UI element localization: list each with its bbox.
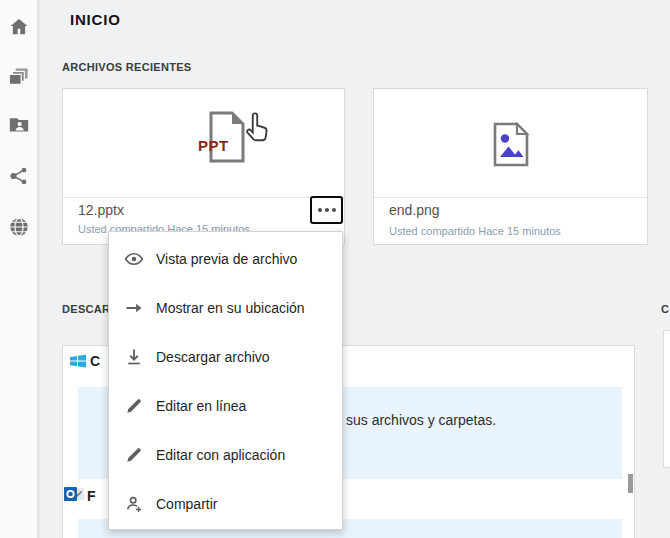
right-section-heading: C: [661, 303, 669, 315]
pencil-icon: [124, 445, 144, 465]
menu-item-label: Editar con aplicación: [156, 447, 285, 463]
dot: [318, 208, 322, 212]
home-icon: [8, 16, 30, 38]
image-file-icon: [493, 122, 529, 167]
sidebar-item-web[interactable]: [5, 213, 32, 240]
scrollbar[interactable]: [627, 347, 633, 538]
outlook-plugin-label: F: [87, 488, 96, 504]
globe-icon: [8, 216, 30, 238]
menu-item-label: Compartir: [156, 496, 217, 512]
sidebar-item-home[interactable]: [5, 13, 32, 40]
banner-text: sus archivos y carpetas.: [346, 412, 496, 428]
page-title: INICIO: [70, 11, 121, 28]
menu-item-label: Mostrar en su ubicación: [156, 300, 305, 316]
menu-item-edit-online[interactable]: Editar en línea: [109, 381, 342, 430]
eye-icon: [124, 249, 144, 269]
layers-icon: [8, 67, 30, 89]
dot: [325, 208, 329, 212]
menu-item-label: Editar en línea: [156, 398, 246, 414]
share-icon: [8, 165, 30, 187]
menu-item-edit-app[interactable]: Editar con aplicación: [109, 430, 342, 479]
sidebar: [0, 0, 40, 538]
menu-item-download[interactable]: Descargar archivo: [109, 332, 342, 381]
scrollbar-thumb[interactable]: [628, 474, 633, 493]
menu-item-show-location[interactable]: Mostrar en su ubicación: [109, 283, 342, 332]
card-divider: [374, 197, 647, 198]
menu-item-label: Descargar archivo: [156, 349, 270, 365]
sidebar-item-share[interactable]: [5, 162, 32, 189]
ppt-badge-label: PPT: [198, 137, 229, 154]
menu-item-preview[interactable]: Vista previa de archivo: [109, 234, 342, 283]
windows-client-label: C: [90, 353, 100, 369]
file-subtitle: Usted compartido Hace 15 minutos: [389, 225, 561, 237]
pointer-hand-icon: [242, 110, 272, 148]
app-window: INICIO ARCHIVOS RECIENTES PPT 12.pptx Us…: [0, 0, 670, 538]
recent-files-heading: ARCHIVOS RECIENTES: [62, 61, 191, 73]
context-menu: Vista previa de archivo Mostrar en su ub…: [108, 231, 343, 530]
pencil-icon: [124, 396, 144, 416]
windows-logo-icon: [69, 352, 87, 374]
sidebar-item-files[interactable]: [5, 64, 32, 91]
outlook-icon: [64, 486, 85, 508]
file-name: 12.pptx: [78, 202, 124, 218]
download-icon: [124, 347, 144, 367]
sidebar-item-shared-folders[interactable]: [5, 111, 32, 138]
file-name: end.png: [389, 202, 440, 218]
card-divider: [63, 197, 344, 198]
menu-item-label: Vista previa de archivo: [156, 251, 297, 267]
file-card-png[interactable]: end.png Usted compartido Hace 15 minutos: [373, 88, 648, 245]
more-options-button[interactable]: [310, 196, 343, 224]
arrow-right-icon: [124, 298, 144, 318]
dot: [332, 208, 336, 212]
person-add-icon: [124, 494, 144, 514]
menu-item-share[interactable]: Compartir: [109, 479, 342, 528]
folder-user-icon: [8, 114, 30, 136]
file-card-pptx[interactable]: PPT 12.pptx Usted compartido Hace 15 min…: [62, 88, 345, 245]
right-partial-card: [663, 330, 670, 468]
